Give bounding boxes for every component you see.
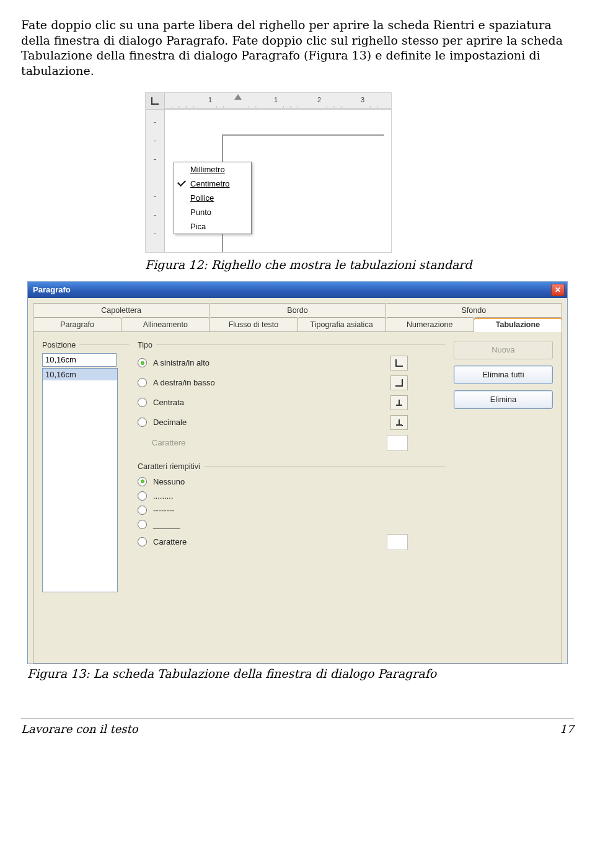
tab-numerazione[interactable]: Numerazione [386,317,474,332]
elimina-button[interactable]: Elimina [454,390,553,409]
menu-item-pollice[interactable]: Pollice [174,191,251,205]
page-canvas: Millimetro Centimetro Pollice Punto Pica [165,110,391,252]
group-fill-label: Caratteri riempitivi [138,462,445,471]
carattere-row: Carattere [138,432,445,454]
tab-flusso-di-testo[interactable]: Flusso di testo [209,317,298,332]
footer-page-number: 17 [560,722,574,735]
radio-sinistra-row[interactable]: A sinistra/in alto [138,353,445,373]
footer-title: Lavorare con il testo [21,722,138,735]
ruler-number: 1 [274,96,278,103]
ruler-context-menu: Millimetro Centimetro Pollice Punto Pica [174,162,252,234]
radio-fill-nessuno[interactable]: Nessuno [138,475,445,489]
close-button[interactable]: ✕ [551,284,565,296]
ruler-number: 3 [361,96,364,103]
radio-sinistra-label: A sinistra/in alto [153,358,384,367]
radio-icon [138,491,147,501]
tab-sfondo[interactable]: Sfondo [386,303,562,317]
radio-icon [138,520,147,529]
menu-item-punto[interactable]: Punto [174,205,251,219]
ruler-corner-tabstop[interactable] [146,93,165,109]
posizione-list-item[interactable]: 10,16cm [43,369,117,380]
radio-centrata-row[interactable]: Centrata [138,393,445,413]
vertical-ruler[interactable] [146,110,165,252]
dialog-titlebar[interactable]: Paragrafo ✕ [28,282,567,298]
radio-fill-dots[interactable]: ......... [138,489,445,503]
tab-bordo[interactable]: Bordo [209,303,386,317]
paragrafo-dialog: Paragrafo ✕ Capolettera Bordo Sfondo Par… [27,281,568,664]
ruler-screenshot: · · · · 1 · · · · 1 · · · 2 · · · 3 · · [145,92,392,253]
body-paragraph: Fate doppio clic su una parte libera del… [21,17,574,79]
nuova-button[interactable]: Nuova [454,341,553,359]
tab-tipografia-asiatica[interactable]: Tipografia asiatica [298,317,386,332]
radio-icon [138,506,147,515]
radio-icon [138,537,147,546]
dialog-title: Paragrafo [33,285,71,294]
carattere-label: Carattere [152,438,381,447]
radio-fill-carattere[interactable]: Carattere [138,532,445,553]
indent-marker-icon[interactable] [234,94,242,100]
horizontal-ruler-row: · · · · 1 · · · · 1 · · · 2 · · · 3 · · [146,93,391,110]
menu-item-millimetro[interactable]: Millimetro [174,162,251,177]
radio-icon [138,378,147,387]
radio-icon [138,398,147,407]
posizione-input[interactable] [42,353,117,367]
radio-destra-row[interactable]: A destra/in basso [138,373,445,393]
radio-decimale-row[interactable]: Decimale [138,413,445,432]
tab-paragrafo[interactable]: Paragrafo [33,317,121,332]
horizontal-ruler[interactable]: · · · · 1 · · · · 1 · · · 2 · · · 3 · · [165,93,391,109]
posizione-list[interactable]: 10,16cm [42,368,118,592]
ruler-number: 1 [208,96,212,103]
figure-13-caption: Figura 13: La scheda Tabulazione della f… [27,667,574,682]
radio-fill-dashes[interactable]: -------- [138,503,445,517]
radio-destra-label: A destra/in basso [153,378,384,387]
group-tipo-label: Tipo [138,341,445,349]
tabstop-center-icon [390,395,408,410]
radio-decimale-label: Decimale [153,418,384,427]
elimina-tutti-button[interactable]: Elimina tutti [454,366,553,384]
figure-12-caption: Figura 12: Righello che mostra le tabula… [145,258,574,273]
tab-row-bottom: Paragrafo Allineamento Flusso di testo T… [33,317,562,332]
menu-item-centimetro[interactable]: Centimetro [174,177,251,191]
tab-row-top: Capolettera Bordo Sfondo [33,303,562,317]
menu-item-pica[interactable]: Pica [174,219,251,234]
tabstop-right-icon [390,375,408,390]
tab-capolettera[interactable]: Capolettera [33,303,209,317]
tabstop-left-icon [390,356,408,370]
carattere-input[interactable] [387,435,408,451]
radio-fill-underscores[interactable]: ______ [138,517,445,532]
tab-allineamento[interactable]: Allineamento [121,317,209,332]
fill-carattere-input[interactable] [387,534,408,550]
figure-12: · · · · 1 · · · · 1 · · · 2 · · · 3 · · [145,92,574,253]
radio-icon [138,418,147,427]
tab-tabulazione[interactable]: Tabulazione [474,317,562,332]
ruler-number: 2 [317,96,321,103]
close-icon: ✕ [555,286,561,294]
group-posizione-label: Posizione [42,341,129,349]
radio-centrata-label: Centrata [153,398,384,407]
tabstop-icon [151,97,159,105]
tabstop-decimal-icon [390,415,408,430]
radio-icon [138,358,147,367]
page-footer: Lavorare con il testo 17 [21,718,574,735]
radio-icon [138,477,147,486]
tabulazione-panel: Posizione 10,16cm Tipo A sinistra/in alt… [33,332,562,664]
check-icon [177,178,186,186]
